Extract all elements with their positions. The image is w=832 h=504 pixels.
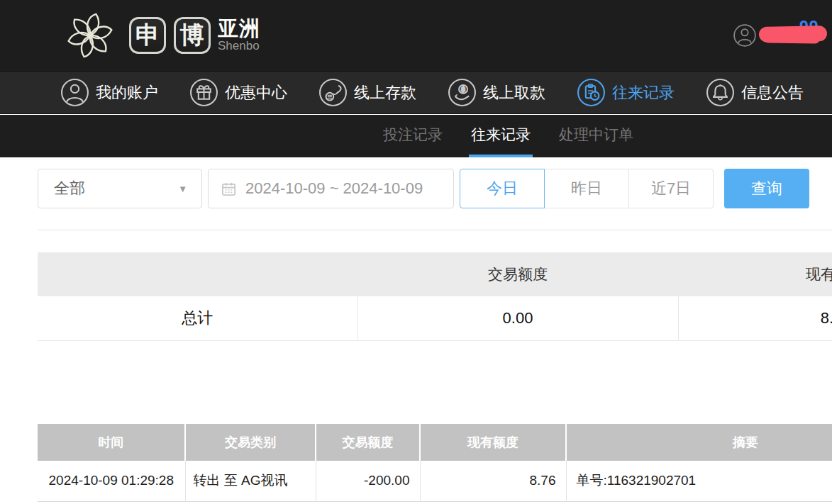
quick-range-group: 今日 昨日 近7日 bbox=[460, 169, 714, 208]
records-header-time: 时间 bbox=[38, 424, 185, 461]
user-icon bbox=[60, 78, 89, 107]
summary-current-balance: 8.76 bbox=[678, 296, 832, 340]
tab-processing-orders[interactable]: 处理中订单 bbox=[557, 115, 636, 157]
summary-header-current-balance: 现有额度 bbox=[678, 252, 832, 296]
calendar-icon bbox=[221, 181, 237, 197]
summary-table: 交易额度 现有额度 总计 0.00 8.76 bbox=[38, 252, 832, 341]
bell-icon bbox=[706, 78, 735, 107]
section-divider bbox=[38, 230, 832, 230]
summary-transaction-amount: 0.00 bbox=[357, 296, 678, 340]
brand-char-2: 博 bbox=[180, 19, 204, 52]
brand-logo[interactable]: 申 博 亚洲 Shenbo bbox=[59, 0, 260, 71]
nav-item-announcements[interactable]: 信息公告 bbox=[706, 78, 804, 107]
summary-header-blank bbox=[38, 252, 357, 296]
withdraw-hand-coin-icon: $ bbox=[448, 78, 477, 107]
brand-flower-icon bbox=[59, 4, 121, 67]
quick-range-last7days[interactable]: 近7日 bbox=[628, 169, 714, 208]
redaction-scribble-lower bbox=[763, 33, 820, 43]
main-nav: 我的账户 优惠中心 线上存款 $ 线上取款 bbox=[0, 71, 832, 114]
topbar: 申 博 亚洲 Shenbo 99 bbox=[0, 0, 832, 71]
record-amount: -200.00 bbox=[316, 461, 420, 501]
query-button[interactable]: 查询 bbox=[724, 169, 809, 208]
brand-char-box-1: 申 bbox=[129, 17, 166, 54]
records-header-balance: 现有额度 bbox=[420, 424, 566, 461]
nav-label: 我的账户 bbox=[96, 82, 158, 103]
record-type: 转出 至 AG视讯 bbox=[185, 461, 316, 501]
table-row: 2024-10-09 01:29:28 转出 至 AG视讯 -200.00 8.… bbox=[38, 461, 832, 501]
nav-item-deposit[interactable]: 线上存款 bbox=[318, 78, 416, 107]
nav-item-my-account[interactable]: 我的账户 bbox=[60, 78, 158, 107]
nav-label: 线上取款 bbox=[483, 82, 545, 103]
summary-header-row: 交易额度 现有额度 bbox=[38, 252, 832, 296]
records-table: 时间 交易类别 交易额度 现有额度 摘要 2024-10-09 01:29:28… bbox=[38, 424, 832, 502]
records-header-row: 时间 交易类别 交易额度 现有额度 摘要 bbox=[38, 424, 832, 461]
nav-item-withdraw[interactable]: $ 线上取款 bbox=[448, 78, 545, 107]
record-summary: 单号:116321902701 bbox=[566, 461, 832, 501]
page: 申 博 亚洲 Shenbo 99 我的账户 bbox=[0, 0, 832, 504]
nav-item-promotions[interactable]: 优惠中心 bbox=[189, 78, 287, 107]
nav-label: 线上存款 bbox=[354, 82, 416, 103]
gift-icon bbox=[189, 78, 218, 107]
quick-range-today[interactable]: 今日 bbox=[460, 169, 545, 208]
date-range-value: 2024-10-09 ~ 2024-10-09 bbox=[245, 179, 423, 198]
record-time: 2024-10-09 01:29:28 bbox=[38, 461, 185, 501]
brand-subtitle-text: Shenbo bbox=[218, 39, 260, 53]
brand-char-1: 申 bbox=[135, 19, 160, 52]
record-balance: 8.76 bbox=[420, 461, 566, 501]
nav-label: 往来记录 bbox=[612, 82, 675, 103]
summary-total-row: 总计 0.00 8.76 bbox=[38, 296, 832, 340]
transaction-type-select[interactable]: 全部 ▼ bbox=[38, 169, 202, 208]
records-header-type: 交易类别 bbox=[185, 424, 316, 461]
tab-betting-records[interactable]: 投注记录 bbox=[381, 115, 445, 157]
svg-text:$: $ bbox=[461, 85, 465, 93]
date-range-input[interactable]: 2024-10-09 ~ 2024-10-09 bbox=[208, 169, 454, 208]
records-header-amount: 交易额度 bbox=[316, 424, 420, 461]
summary-total-label: 总计 bbox=[38, 296, 357, 340]
records-header-summary: 摘要 bbox=[566, 424, 832, 461]
deposit-hand-coin-icon bbox=[318, 78, 348, 107]
nav-item-transaction-records[interactable]: 往来记录 bbox=[577, 78, 675, 107]
chevron-down-icon: ▼ bbox=[178, 184, 187, 194]
quick-range-yesterday[interactable]: 昨日 bbox=[544, 169, 629, 208]
brand-char-box-2: 博 bbox=[174, 17, 211, 54]
summary-header-transaction-amount: 交易额度 bbox=[357, 252, 678, 296]
brand-region-text: 亚洲 bbox=[218, 18, 260, 39]
tab-transaction-records[interactable]: 往来记录 bbox=[469, 115, 533, 157]
account-avatar-icon[interactable] bbox=[733, 23, 757, 47]
nav-label: 信息公告 bbox=[741, 82, 804, 103]
nav-label: 优惠中心 bbox=[225, 82, 287, 103]
type-select-value: 全部 bbox=[54, 178, 85, 199]
sub-nav: 投注记录 往来记录 处理中订单 bbox=[0, 115, 832, 157]
records-clipboard-clock-icon bbox=[577, 78, 606, 107]
